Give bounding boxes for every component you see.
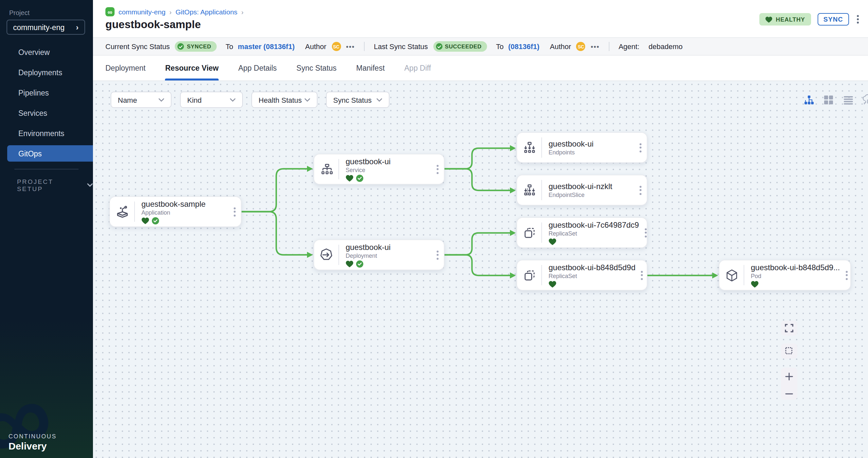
tab-app-diff[interactable]: App Diff (404, 56, 431, 80)
node-kind: Application (142, 209, 228, 216)
node-menu-kebab-icon[interactable] (431, 165, 444, 174)
divider (364, 42, 365, 51)
tab-app-details[interactable]: App Details (238, 56, 277, 80)
page-header: ∞ community-eng › GitOps: Applications ›… (93, 0, 868, 37)
fullscreen-button[interactable] (781, 321, 797, 336)
app-window: Project community-eng › Overview Deploym… (0, 0, 868, 458)
node-kind: EndpointSlice (549, 192, 634, 198)
tab-resource-view[interactable]: Resource View (165, 56, 219, 80)
fit-selection-button[interactable] (781, 344, 797, 359)
current-sync-label: Current Sync Status (105, 42, 170, 51)
synced-check-icon (356, 260, 363, 267)
endpoints-icon (517, 140, 541, 155)
app-menu-kebab-icon[interactable] (857, 15, 859, 24)
succeeded-badge: SUCCEEDED (433, 41, 487, 52)
sidebar-item-environments[interactable]: Environments (0, 123, 93, 143)
node-menu-kebab-icon[interactable] (634, 186, 647, 195)
node-menu-kebab-icon[interactable] (634, 143, 647, 152)
node-kind: Deployment (346, 252, 431, 259)
sidebar-item-deployments[interactable]: Deployments (0, 62, 93, 83)
zoom-in-icon[interactable] (785, 372, 794, 381)
project-selector[interactable]: community-eng › (6, 20, 85, 35)
filter-sync-status-dropdown[interactable]: Sync Status (326, 92, 390, 108)
grid-view-icon[interactable] (823, 94, 834, 105)
chevron-down-icon (376, 98, 382, 102)
node-kind: ReplicaSet (549, 230, 639, 236)
sidebar-item-overview[interactable]: Overview (0, 42, 93, 62)
node-service-guestbook-ui[interactable]: guestbook-ui Service (314, 154, 444, 185)
filter-name-dropdown[interactable]: Name (111, 92, 172, 108)
replicaset-icon (517, 225, 541, 240)
node-title: guestbook-sample (142, 199, 228, 208)
breadcrumb-applications-link[interactable]: GitOps: Applications (176, 8, 237, 16)
healthy-heart-icon (346, 174, 353, 182)
node-endpoints-guestbook-ui[interactable]: guestbook-ui Endpoints (517, 132, 647, 163)
chevron-down-icon (230, 98, 236, 102)
service-icon (314, 162, 338, 176)
node-menu-kebab-icon[interactable] (431, 250, 444, 259)
chevron-down-icon (87, 183, 93, 187)
sync-button[interactable]: SYNC (817, 13, 849, 26)
node-replicaset-guestbook-ui-7c64987dc9[interactable]: guestbook-ui-7c64987dc9 ReplicaSet (517, 217, 647, 248)
author-avatar[interactable]: SC (332, 42, 341, 51)
sidebar-nav: Overview Deployments Pipelines Services … (0, 42, 93, 164)
zoom-out-icon[interactable] (785, 393, 794, 395)
chevron-down-icon (158, 98, 164, 102)
node-title: guestbook-ui (549, 139, 634, 149)
node-replicaset-guestbook-ui-b848d5d9d[interactable]: guestbook-ui-b848d5d9d ReplicaSet (517, 260, 647, 291)
sidebar-item-services[interactable]: Services (0, 103, 93, 123)
filter-health-status-dropdown[interactable]: Health Status (251, 92, 317, 108)
filter-kind-dropdown[interactable]: Kind (180, 92, 243, 108)
healthy-heart-icon (751, 281, 759, 288)
list-view-icon[interactable] (842, 94, 854, 105)
filter-bar: Name Kind Health Status Sync Status (111, 92, 390, 108)
agent-name: debademo (649, 42, 683, 51)
breadcrumb-chevron: › (169, 8, 172, 15)
last-revision-link[interactable]: (08136f1) (508, 42, 539, 51)
tree-view-icon[interactable] (803, 94, 814, 105)
node-title: guestbook-ui-7c64987dc9 (549, 220, 639, 229)
node-title: guestbook-ui-b848d5d9... (751, 263, 840, 272)
node-application-guestbook-sample[interactable]: guestbook-sample Application (109, 196, 242, 227)
breadcrumb: ∞ community-eng › GitOps: Applications › (105, 7, 244, 17)
current-revision-link[interactable]: master (08136f1) (238, 42, 295, 51)
project-label: Project (9, 9, 29, 17)
zoom-control (781, 368, 797, 400)
check-circle-icon (436, 43, 442, 50)
node-title: guestbook-ui-nzklt (549, 182, 634, 191)
commit-details-ellipsis[interactable]: ••• (346, 43, 355, 50)
node-menu-kebab-icon[interactable] (639, 228, 652, 237)
header-actions: HEALTHY SYNC (760, 13, 859, 26)
brand-continuous: CONTINUOUS (8, 433, 57, 440)
healthy-heart-icon (549, 281, 556, 288)
node-deployment-guestbook-ui[interactable]: guestbook-ui Deployment (314, 239, 444, 270)
sidebar: Project community-eng › Overview Deploym… (0, 0, 93, 458)
node-kind: Endpoints (549, 149, 634, 156)
node-title: guestbook-ui (346, 157, 431, 166)
project-setup-toggle[interactable]: PROJECT SETUP (17, 178, 93, 192)
tab-deployment[interactable]: Deployment (105, 56, 146, 80)
node-kind: Service (346, 166, 431, 173)
pod-view-cloud-icon[interactable] (862, 94, 868, 105)
tab-manifest[interactable]: Manifest (356, 56, 384, 80)
node-pod-guestbook-ui-b848d5d9[interactable]: guestbook-ui-b848d5d9... Pod (719, 260, 851, 291)
application-icon (110, 204, 134, 219)
replicaset-icon (517, 268, 541, 282)
node-endpointslice-guestbook-ui-nzklt[interactable]: guestbook-ui-nzklt EndpointSlice (517, 175, 647, 205)
node-menu-kebab-icon[interactable] (228, 207, 241, 216)
sidebar-item-gitops[interactable]: GitOps (7, 145, 93, 162)
module-brand: CONTINUOUS Delivery (8, 433, 57, 452)
node-kind: ReplicaSet (549, 272, 636, 279)
divider (609, 42, 610, 51)
health-status-badge[interactable]: HEALTHY (760, 13, 811, 26)
deployment-icon (314, 247, 338, 262)
sidebar-item-pipelines[interactable]: Pipelines (0, 83, 93, 103)
author-avatar[interactable]: SC (577, 42, 586, 51)
node-menu-kebab-icon[interactable] (636, 270, 649, 280)
commit-details-ellipsis[interactable]: ••• (591, 43, 599, 50)
author-label: Author (550, 42, 571, 51)
breadcrumb-project-link[interactable]: community-eng (119, 8, 165, 16)
tab-sync-status[interactable]: Sync Status (297, 56, 337, 80)
healthy-heart-icon (346, 260, 353, 267)
node-menu-kebab-icon[interactable] (840, 270, 853, 280)
